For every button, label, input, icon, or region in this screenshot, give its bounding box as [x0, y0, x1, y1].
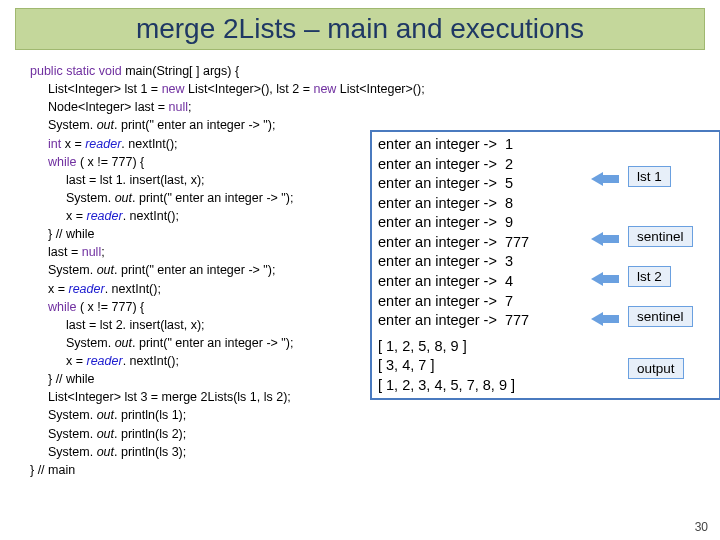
page-number: 30 [695, 520, 708, 534]
code-text: . nextInt(); [123, 209, 179, 223]
kw-public: public static void [30, 64, 122, 78]
code-text: x = [61, 137, 85, 151]
code-text: x = [66, 209, 87, 223]
kw-new: new [162, 82, 185, 96]
code-text: Node<Integer> last = [48, 100, 169, 114]
code-text: System. [48, 408, 97, 422]
code-text: main(String[ ] args) { [122, 64, 239, 78]
code-text: ( x != 777) { [77, 155, 145, 169]
kw-while: while [48, 300, 77, 314]
code-text: System. [66, 336, 115, 350]
kw-null: null [169, 100, 188, 114]
output-line: [ 1, 2, 5, 8, 9 ] [378, 337, 713, 357]
code-text: . print(" enter an integer -> "); [114, 263, 275, 277]
arrow-left-icon [591, 172, 619, 186]
code-text: } // main [30, 463, 75, 477]
arrow-left-icon [591, 312, 619, 326]
kw-int: int [48, 137, 61, 151]
code-text: . nextInt(); [105, 282, 161, 296]
kw-null: null [82, 245, 101, 259]
field-out: out [97, 263, 114, 277]
field-out: out [115, 336, 132, 350]
code-text: . print(" enter an integer -> "); [132, 191, 293, 205]
code-text: . print(" enter an integer -> "); [114, 118, 275, 132]
code-text: } // while [30, 225, 425, 243]
reader: reader [87, 354, 123, 368]
kw-new: new [313, 82, 336, 96]
field-out: out [97, 445, 114, 459]
arrow-left-icon [591, 232, 619, 246]
code-text: . println(ls 2); [114, 427, 186, 441]
code-text: System. [48, 427, 97, 441]
field-out: out [97, 408, 114, 422]
reader: reader [69, 282, 105, 296]
slide-title: merge 2Lists – main and executions [15, 8, 705, 50]
code-text: ; [188, 100, 191, 114]
code-text: System. [48, 445, 97, 459]
label-sentinel: sentinel [628, 306, 693, 327]
label-sentinel: sentinel [628, 226, 693, 247]
code-text: . println(ls 1); [114, 408, 186, 422]
label-output: output [628, 358, 684, 379]
code-block: public static void main(String[ ] args) … [30, 62, 425, 479]
code-text: x = [48, 282, 69, 296]
code-text: List<Integer> lst 1 = [48, 82, 162, 96]
label-lst1: lst 1 [628, 166, 671, 187]
code-text: ; [101, 245, 104, 259]
code-text: System. [66, 191, 115, 205]
code-text: . println(ls 3); [114, 445, 186, 459]
code-text: List<Integer>(); [336, 82, 424, 96]
code-text: } // while [30, 370, 425, 388]
code-text: . nextInt(); [123, 354, 179, 368]
label-lst2: lst 2 [628, 266, 671, 287]
code-text: List<Integer> lst 3 = merge 2Lists(ls 1,… [30, 388, 425, 406]
code-text: System. [48, 118, 97, 132]
code-text: System. [48, 263, 97, 277]
code-text: last = lst 2. insert(last, x); [30, 316, 425, 334]
field-out: out [115, 191, 132, 205]
arrow-left-icon [591, 272, 619, 286]
code-text: last = lst 1. insert(last, x); [30, 171, 425, 189]
reader: reader [85, 137, 121, 151]
field-out: out [97, 427, 114, 441]
code-text: x = [66, 354, 87, 368]
code-text: List<Integer>(), lst 2 = [185, 82, 314, 96]
code-text: . nextInt(); [121, 137, 177, 151]
code-text: ( x != 777) { [77, 300, 145, 314]
code-text: . print(" enter an integer -> "); [132, 336, 293, 350]
exec-line: enter an integer -> 1 [378, 135, 713, 155]
exec-line: enter an integer -> 8 [378, 194, 713, 214]
code-text: last = [48, 245, 82, 259]
field-out: out [97, 118, 114, 132]
kw-while: while [48, 155, 77, 169]
reader: reader [87, 209, 123, 223]
